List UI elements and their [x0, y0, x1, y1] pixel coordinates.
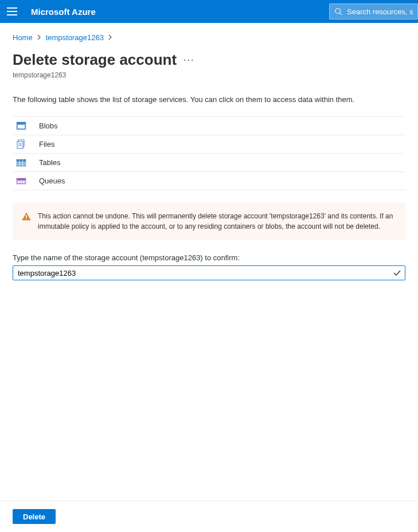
svg-rect-6 — [17, 142, 23, 148]
service-row-files[interactable]: Files — [13, 135, 405, 154]
breadcrumb: Home tempstorage1263 — [13, 33, 405, 42]
svg-rect-18 — [21, 181, 22, 183]
warning-icon — [22, 212, 31, 221]
page-title: Delete storage account — [13, 51, 177, 69]
confirm-input-label: Type the name of the storage account (te… — [13, 253, 405, 262]
svg-rect-19 — [23, 181, 25, 183]
service-label: Files — [39, 140, 54, 148]
blobs-icon — [16, 121, 26, 131]
delete-button[interactable]: Delete — [13, 509, 56, 524]
more-actions-button[interactable]: ··· — [183, 55, 194, 68]
topbar: Microsoft Azure — [0, 0, 418, 23]
confirm-name-input[interactable] — [13, 265, 405, 280]
svg-rect-21 — [26, 218, 27, 220]
brand-label: Microsoft Azure — [31, 7, 96, 17]
warning-banner: This action cannot be undone. This will … — [13, 203, 405, 240]
page-description: The following table shows the list of st… — [13, 95, 405, 104]
main-content: Home tempstorage1263 Delete storage acco… — [0, 23, 418, 500]
page-subtitle: tempstorage1263 — [13, 71, 405, 79]
chevron-right-icon — [108, 34, 112, 41]
svg-line-1 — [340, 13, 342, 15]
checkmark-icon — [393, 269, 401, 277]
svg-rect-10 — [17, 159, 26, 161]
svg-rect-16 — [17, 178, 26, 180]
breadcrumb-resource[interactable]: tempstorage1263 — [46, 33, 104, 42]
global-search-input[interactable] — [347, 7, 413, 16]
svg-rect-3 — [17, 122, 26, 124]
global-search[interactable] — [329, 3, 418, 19]
service-label: Blobs — [39, 122, 58, 130]
svg-rect-20 — [26, 215, 27, 218]
warning-text: This action cannot be undone. This will … — [38, 211, 396, 232]
footer-bar: Delete — [0, 500, 418, 532]
files-icon — [16, 139, 26, 150]
service-label: Queues — [39, 177, 65, 185]
queues-icon — [16, 176, 26, 186]
menu-toggle-button[interactable] — [7, 7, 17, 15]
svg-rect-17 — [18, 181, 19, 183]
service-list: Blobs Files Tables — [13, 116, 405, 190]
tables-icon — [16, 158, 26, 168]
breadcrumb-home[interactable]: Home — [13, 33, 33, 42]
svg-rect-4 — [18, 125, 25, 128]
chevron-right-icon — [37, 34, 41, 41]
service-row-blobs[interactable]: Blobs — [13, 117, 405, 135]
service-row-tables[interactable]: Tables — [13, 154, 405, 172]
svg-point-0 — [335, 9, 341, 14]
search-icon — [334, 7, 342, 15]
service-row-queues[interactable]: Queues — [13, 172, 405, 190]
service-label: Tables — [39, 158, 61, 167]
